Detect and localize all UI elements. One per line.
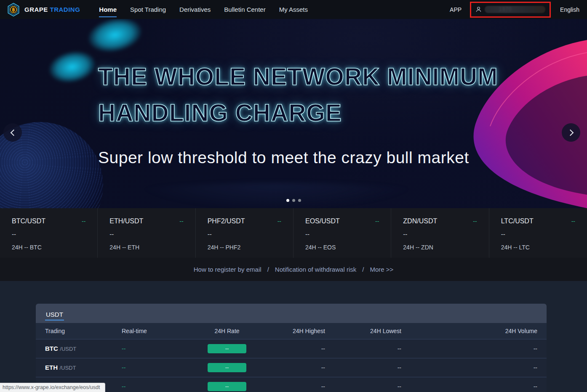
ticker-volume: 24H -- LTC [501,244,575,251]
carousel-dot-1[interactable] [286,199,289,202]
ticker-cell-eos[interactable]: EOS/USDT-- -- 24H -- EOS [294,208,391,258]
nav-right-cluster: APP 1970 English [450,2,579,18]
col-24h-volume: 24H Volume [401,328,537,334]
ticker-cell-zdn[interactable]: ZDN/USDT-- -- 24H -- ZDN [391,208,489,258]
ticker-change: -- [375,218,379,225]
ticker-pair: ETH/USDT [109,217,143,225]
realtime-value: -- [122,364,189,371]
ticker-volume: 24H -- ZDN [403,244,477,251]
symbol-quote: /USDT [60,346,76,352]
ticker-pair: LTC/USDT [501,217,534,225]
carousel-dot-3[interactable] [298,199,301,202]
ticker-cell-eth[interactable]: ETH/USDT-- -- 24H -- ETH [98,208,195,258]
highest-value: -- [265,383,325,390]
highest-value: -- [265,345,325,352]
menu-item-my-assets[interactable]: My Assets [274,0,313,19]
market-section: USDT Trading Real-time 24H Rate 24H High… [0,281,587,392]
ticker-change: -- [179,218,183,225]
lowest-value: -- [325,364,401,371]
symbol-base: ETH [45,364,58,371]
brand-word-grape: GRAPE [24,6,48,13]
brand-word-trading: TRADING [50,6,80,13]
symbol-base: BTC [45,345,58,352]
rate-badge[interactable]: -- [208,382,246,391]
news-link-withdrawal-risk[interactable]: Notification of withdrawal risk [275,266,356,273]
ticker-strip: BTC/USDT-- -- 24H -- BTC ETH/USDT-- -- 2… [0,208,587,258]
ticker-price: -- [403,230,477,238]
chevron-right-icon [567,129,574,136]
news-link-more[interactable]: More >> [370,266,393,273]
ticker-volume: 24H -- BTC [12,244,85,251]
table-row-btc[interactable]: BTC /USDT -- -- -- -- -- [36,339,547,358]
ticker-price: -- [305,230,379,238]
table-row-phf2[interactable]: PHF2 /USDT -- -- -- -- -- [36,377,547,392]
ticker-change: -- [277,218,281,225]
language-selector[interactable]: English [560,6,579,13]
ticker-price: -- [501,230,575,238]
ticker-price: -- [109,230,183,238]
decor-magenta-ribbon [351,27,587,208]
lowest-value: -- [325,345,401,352]
top-nav: ฿ GRAPE TRADING Home Spot Trading Deriva… [0,0,587,19]
hero-subtitle: Super low threshold to meet the crazy bu… [98,148,469,167]
carousel-dot-2[interactable] [292,199,295,202]
highest-value: -- [265,364,325,371]
news-bar: How to register by email / Notification … [0,258,587,281]
ticker-price: -- [12,230,85,238]
ticker-change: -- [82,218,85,225]
news-link-register[interactable]: How to register by email [194,266,261,273]
browser-status-url: https://www.x-grape.io/exchange/eos/usdt [0,383,105,392]
ticker-pair: EOS/USDT [305,217,340,225]
col-24h-highest: 24H Highest [265,328,325,334]
account-hint-text: 1970 [499,6,512,12]
col-24h-lowest: 24H Lowest [325,328,401,334]
symbol-quote: /USDT [59,365,76,371]
redacted-account-name: 1970 [485,6,545,13]
hero-title-line2: HANDLING CHARGE [98,99,342,127]
menu-item-derivatives[interactable]: Derivatives [174,0,216,19]
menu-item-spot-trading[interactable]: Spot Trading [125,0,171,19]
ticker-pair: BTC/USDT [12,217,45,225]
news-separator: / [267,266,269,273]
ticker-change: -- [473,218,477,225]
news-separator: / [362,266,364,273]
ticker-volume: 24H -- ETH [109,244,183,251]
chevron-left-icon [10,129,17,136]
menu-item-bulletin-center[interactable]: Bulletin Center [219,0,271,19]
rate-badge[interactable]: -- [208,344,246,353]
table-row-eth[interactable]: ETH /USDT -- -- -- -- -- [36,358,547,377]
carousel-prev-button[interactable] [3,123,22,142]
rate-badge[interactable]: -- [208,363,246,372]
ticker-change: -- [571,218,575,225]
brand-name: GRAPE TRADING [24,6,80,13]
tab-usdt[interactable]: USDT [45,311,64,323]
ticker-cell-phf2[interactable]: PHF2/USDT-- -- 24H -- PHF2 [196,208,294,258]
person-icon [475,6,482,13]
ticker-cell-btc[interactable]: BTC/USDT-- -- 24H -- BTC [0,208,98,258]
market-tabbar: USDT [36,304,547,323]
ticker-pair: ZDN/USDT [403,217,437,225]
ticker-price: -- [208,230,281,238]
realtime-value: -- [122,383,189,390]
svg-text:฿: ฿ [12,7,15,12]
realtime-value: -- [122,345,189,352]
decor-wave [76,183,478,208]
bitcoin-hexagon-icon: ฿ [6,2,21,17]
annotation-highlight-box[interactable]: 1970 [470,2,551,18]
menu-item-home[interactable]: Home [93,0,122,19]
volume-value: -- [401,383,537,390]
brand-logo[interactable]: ฿ GRAPE TRADING [6,2,80,17]
lowest-value: -- [325,383,401,390]
ticker-volume: 24H -- PHF2 [208,244,281,251]
main-menu: Home Spot Trading Derivatives Bulletin C… [93,0,313,19]
market-card: USDT Trading Real-time 24H Rate 24H High… [36,304,547,392]
app-link[interactable]: APP [450,6,462,13]
table-header: Trading Real-time 24H Rate 24H Highest 2… [36,323,547,339]
carousel-next-button[interactable] [562,123,580,142]
hero-banner: THE WHOLE NETWORK MINIMUM HANDLING CHARG… [0,19,587,208]
carousel-dots [0,199,587,202]
ticker-volume: 24H -- EOS [305,244,379,251]
ticker-cell-ltc[interactable]: LTC/USDT-- -- 24H -- LTC [489,208,587,258]
col-trading: Trading [45,328,122,334]
col-realtime: Real-time [122,328,189,334]
